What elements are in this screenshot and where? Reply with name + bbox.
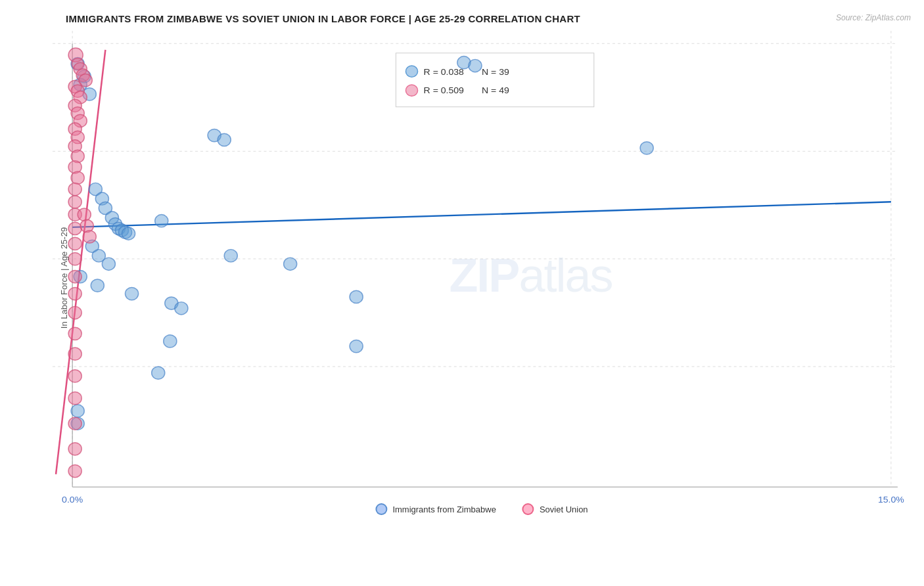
svg-point-80 (68, 252, 81, 265)
svg-point-46 (284, 258, 297, 270)
svg-line-21 (72, 202, 891, 227)
svg-point-52 (350, 290, 363, 303)
chart-container: IMMIGRANTS FROM ZIMBABWE VS SOVIET UNION… (0, 0, 924, 586)
svg-point-51 (640, 142, 653, 154)
legend-dot-pink (522, 503, 534, 515)
legend-item-soviet: Soviet Union (522, 503, 588, 515)
svg-point-81 (68, 270, 81, 282)
svg-point-45 (224, 250, 237, 262)
chart-title: IMMIGRANTS FROM ZIMBABWE VS SOVIET UNION… (66, 13, 911, 24)
legend-label-zimbabwe: Immigrants from Zimbabwe (392, 505, 496, 514)
svg-text:R = 0.509: R = 0.509 (424, 86, 464, 96)
svg-text:R = 0.038: R = 0.038 (424, 67, 465, 77)
svg-point-74 (71, 171, 84, 184)
svg-point-89 (68, 443, 81, 455)
svg-point-78 (68, 222, 81, 235)
svg-point-79 (68, 237, 81, 250)
svg-point-50 (469, 59, 482, 72)
svg-rect-15 (405, 66, 417, 77)
svg-rect-14 (396, 53, 593, 107)
svg-point-48 (175, 302, 188, 315)
svg-point-90 (68, 464, 81, 477)
svg-point-54 (350, 340, 363, 352)
svg-point-40 (91, 279, 104, 292)
svg-point-38 (102, 258, 115, 270)
svg-point-82 (68, 287, 81, 300)
svg-text:0.0%: 0.0% (62, 495, 83, 505)
svg-point-84 (68, 327, 81, 340)
svg-text:N = 49: N = 49 (482, 86, 509, 96)
svg-point-44 (155, 215, 168, 227)
svg-point-91 (78, 208, 91, 221)
svg-point-88 (68, 417, 81, 430)
legend-label-soviet: Soviet Union (540, 505, 588, 514)
svg-point-93 (83, 231, 96, 243)
svg-point-53 (164, 335, 177, 348)
svg-text:N = 39: N = 39 (482, 67, 509, 77)
svg-text:15.0%: 15.0% (878, 495, 904, 505)
svg-point-86 (68, 370, 81, 382)
y-axis-label: In Labor Force | Age 25-29 (59, 227, 69, 328)
source-label: Source: ZipAtlas.com (836, 13, 911, 22)
chart-area: In Labor Force | Age 25-29 ZIPatlas 100.… (53, 31, 911, 525)
svg-point-56 (71, 405, 84, 417)
svg-point-35 (122, 227, 135, 240)
svg-point-75 (68, 183, 81, 195)
legend-item-zimbabwe: Immigrants from Zimbabwe (375, 503, 496, 515)
legend-dot-blue (375, 503, 387, 515)
legend: Immigrants from Zimbabwe Soviet Union (375, 503, 588, 515)
svg-point-55 (152, 367, 165, 379)
svg-point-83 (68, 306, 81, 319)
scatter-plot: 100.0% 87.5% 75.0% 62.5% 0.0% 15.0% R = … (53, 31, 911, 525)
svg-rect-18 (405, 85, 417, 96)
svg-point-87 (68, 392, 81, 405)
svg-point-41 (126, 287, 139, 300)
svg-point-76 (68, 196, 81, 208)
svg-point-43 (218, 133, 231, 146)
svg-point-85 (68, 348, 81, 360)
